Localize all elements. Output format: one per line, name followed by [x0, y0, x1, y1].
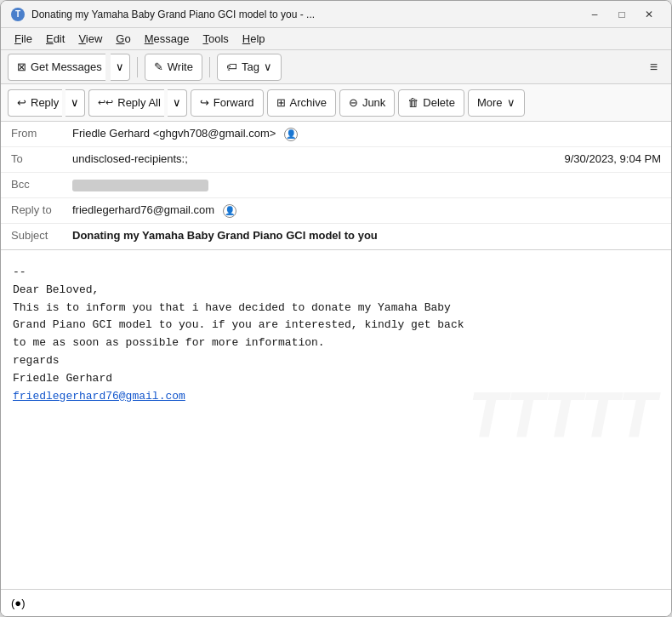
from-row: From Friedle Gerhard <ghgvh708@gmail.com…	[1, 122, 671, 147]
menu-go[interactable]: Go	[109, 31, 137, 47]
tag-icon: 🏷	[226, 60, 237, 73]
menu-file[interactable]: File	[8, 31, 39, 47]
delete-label: Delete	[423, 96, 455, 109]
reply-all-dropdown[interactable]: ∨	[168, 89, 187, 117]
email-window: T Donating my Yamaha Baby Grand Piano GC…	[0, 0, 672, 617]
menu-view[interactable]: View	[71, 31, 109, 47]
to-value: undisclosed-recipients:;	[72, 152, 565, 165]
bcc-redacted	[72, 180, 208, 191]
menu-help[interactable]: Help	[236, 31, 272, 47]
reply-all-chevron-icon: ∨	[173, 96, 181, 109]
tag-label: Tag	[242, 60, 259, 73]
bcc-label: Bcc	[11, 178, 72, 191]
reply-dropdown[interactable]: ∨	[65, 89, 85, 117]
hamburger-menu-button[interactable]: ≡	[643, 56, 664, 78]
get-messages-dropdown[interactable]: ∨	[111, 54, 130, 81]
notification-icon: (●)	[11, 597, 26, 609]
reply-to-email: friedlegerhard76@gmail.com	[72, 203, 214, 216]
tag-chevron-icon: ∨	[264, 60, 272, 73]
reply-all-button[interactable]: ↩↩ Reply All	[88, 89, 164, 117]
body-line-5: to me as soon as possible for more infor…	[13, 334, 659, 352]
write-icon: ✎	[154, 60, 163, 73]
body-line-6: regards	[13, 352, 659, 370]
to-label: To	[11, 152, 72, 165]
more-chevron-icon: ∨	[507, 96, 515, 109]
from-label: From	[11, 127, 72, 140]
junk-icon: ⊖	[349, 96, 358, 109]
bcc-value	[72, 178, 661, 191]
maximize-button[interactable]: □	[610, 6, 634, 23]
write-button[interactable]: ✎ Write	[145, 54, 202, 81]
email-body-link[interactable]: friedlegerhard76@gmail.com	[13, 390, 185, 403]
reply-button[interactable]: ↩ Reply	[8, 89, 62, 117]
app-icon-letter: T	[15, 9, 20, 19]
action-bar: ↩ Reply ∨ ↩↩ Reply All ∨ ↪ Forward ⊞ Arc…	[1, 84, 671, 122]
menu-edit[interactable]: Edit	[39, 31, 71, 47]
archive-label: Archive	[290, 96, 327, 109]
reply-all-icon: ↩↩	[98, 97, 113, 108]
body-line-1: --	[13, 264, 659, 282]
bcc-row: Bcc	[1, 173, 671, 198]
junk-button[interactable]: ⊖ Junk	[339, 89, 395, 117]
reply-icon: ↩	[17, 96, 26, 109]
from-profile-icon[interactable]: 👤	[284, 128, 298, 141]
write-label: Write	[168, 60, 193, 73]
forward-button[interactable]: ↪ Forward	[191, 89, 264, 117]
close-button[interactable]: ✕	[637, 6, 661, 23]
chevron-down-icon: ∨	[116, 60, 124, 73]
get-messages-icon: ⊠	[17, 60, 26, 73]
reply-label: Reply	[31, 96, 59, 109]
tag-button[interactable]: 🏷 Tag ∨	[217, 54, 282, 81]
title-bar: T Donating my Yamaha Baby Grand Piano GC…	[1, 1, 671, 28]
toolbar: ⊠ Get Messages ∨ ✎ Write 🏷 Tag ∨ ≡	[1, 50, 671, 84]
toolbar-divider-2	[209, 57, 210, 77]
window-title: Donating my Yamaha Baby Grand Piano GCI …	[31, 9, 583, 20]
get-messages-button[interactable]: ⊠ Get Messages	[8, 54, 105, 81]
email-body: TTTTT -- Dear Beloved, This is to inform…	[1, 250, 671, 589]
date-value: 9/30/2023, 9:04 PM	[565, 152, 661, 165]
delete-icon: 🗑	[407, 96, 419, 109]
from-text: Friedle Gerhard <ghgvh708@gmail.com>	[72, 127, 276, 140]
email-footer: (●)	[1, 589, 671, 616]
minimize-button[interactable]: –	[583, 6, 607, 23]
more-label: More	[477, 96, 503, 109]
to-row: To undisclosed-recipients:; 9/30/2023, 9…	[1, 147, 671, 173]
subject-label: Subject	[11, 229, 72, 242]
subject-row: Subject Donating my Yamaha Baby Grand Pi…	[1, 224, 671, 249]
menu-tools[interactable]: Tools	[196, 31, 235, 47]
subject-value: Donating my Yamaha Baby Grand Piano GCI …	[72, 229, 378, 242]
window-controls: – □ ✕	[583, 6, 661, 23]
body-line-3: This is to inform you that i have decide…	[13, 300, 659, 317]
archive-icon: ⊞	[276, 96, 286, 109]
reply-to-value: friedlegerhard76@gmail.com 👤	[72, 203, 661, 218]
forward-label: Forward	[214, 96, 254, 109]
more-button[interactable]: More ∨	[468, 89, 525, 117]
menu-bar: File Edit View Go Message Tools Help	[1, 28, 671, 50]
toolbar-divider-1	[137, 57, 138, 77]
body-link-line: friedlegerhard76@gmail.com	[13, 388, 659, 406]
reply-all-label: Reply All	[117, 96, 161, 109]
reply-to-label: Reply to	[11, 203, 72, 216]
get-messages-label: Get Messages	[31, 60, 102, 73]
email-headers: From Friedle Gerhard <ghgvh708@gmail.com…	[1, 122, 671, 250]
app-icon: T	[11, 8, 25, 21]
body-line-7: Friedle Gerhard	[13, 370, 659, 388]
from-value: Friedle Gerhard <ghgvh708@gmail.com> 👤	[72, 127, 661, 141]
forward-icon: ↪	[200, 96, 209, 109]
body-line-2: Dear Beloved,	[13, 282, 659, 300]
archive-button[interactable]: ⊞ Archive	[267, 89, 336, 117]
menu-message[interactable]: Message	[138, 31, 196, 47]
reply-chevron-icon: ∨	[71, 96, 79, 109]
body-line-4: Grand Piano GCI model to you. if you are…	[13, 317, 659, 334]
delete-button[interactable]: 🗑 Delete	[398, 89, 464, 117]
reply-to-row: Reply to friedlegerhard76@gmail.com 👤	[1, 198, 671, 224]
junk-label: Junk	[362, 96, 385, 109]
reply-to-profile-icon[interactable]: 👤	[223, 204, 236, 218]
